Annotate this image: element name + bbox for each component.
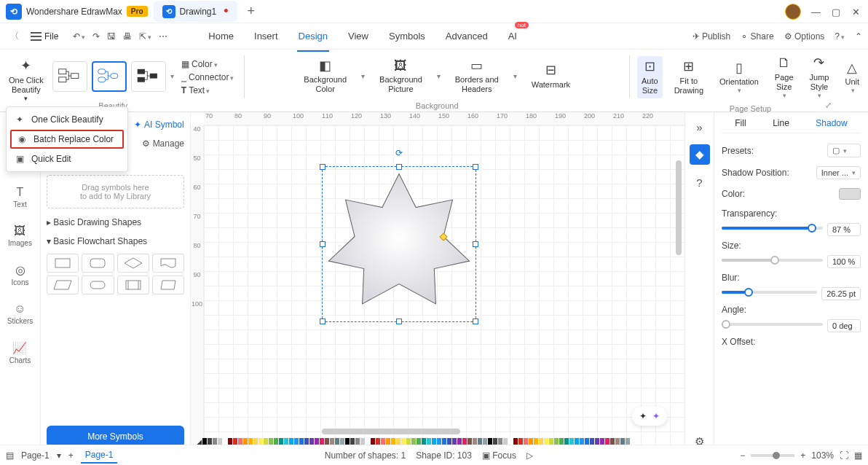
sidebar-images[interactable]: 🖼Images: [5, 222, 35, 250]
color-dropdown[interactable]: ▦ Color: [178, 58, 237, 70]
resize-bl[interactable]: [320, 319, 326, 324]
float-ai-icon[interactable]: ✦: [652, 411, 660, 421]
orientation-button[interactable]: ▯Orientation: [715, 58, 763, 98]
tab-design[interactable]: Design: [297, 26, 329, 46]
flowchart-shapes-header[interactable]: ▾ Basic Flowchart Shapes: [47, 232, 184, 251]
dropdown-quick-edit[interactable]: ▣Quick Edit: [7, 149, 127, 168]
publish-button[interactable]: ✈ Publish: [693, 31, 731, 42]
ai-symbol-button[interactable]: ✦ AI Symbol: [134, 117, 184, 133]
style-more-button[interactable]: ▾: [170, 72, 174, 80]
canvas[interactable]: 7080901001101201301401501601701801902002…: [191, 112, 684, 452]
sidebar-icons[interactable]: ◎Icons: [9, 260, 32, 289]
jump-style-button[interactable]: ↷Jump Style: [805, 52, 834, 103]
expand-right-icon[interactable]: »: [690, 117, 710, 137]
file-menu[interactable]: File: [26, 28, 63, 44]
dropdown-batch-replace[interactable]: ◉Batch Replace Color: [10, 130, 124, 149]
sidebar-stickers[interactable]: ☺Stickers: [4, 300, 36, 328]
manage-button[interactable]: ⚙ Manage: [142, 138, 184, 149]
blur-slider[interactable]: [722, 291, 817, 294]
page-tab[interactable]: Page-1: [81, 448, 118, 464]
style-option-1[interactable]: [52, 61, 87, 92]
shape-diamond[interactable]: [117, 254, 149, 273]
focus-button[interactable]: ▣ Focus: [482, 450, 516, 461]
drag-area[interactable]: Drag symbols here to add to My Library: [47, 175, 184, 208]
tab-view[interactable]: View: [347, 26, 370, 46]
zoom-slider[interactable]: [751, 454, 794, 457]
size-slider[interactable]: [722, 259, 823, 262]
pagesetup-expand-icon[interactable]: ⤢: [825, 101, 832, 110]
document-tab[interactable]: ⟲ Drawing1 •: [154, 1, 237, 22]
bg-picture-button[interactable]: 🖼Background Picture: [375, 55, 427, 98]
sidebar-charts[interactable]: 📈Charts: [7, 338, 33, 367]
collapse-ribbon-button[interactable]: ⌃: [855, 31, 862, 42]
shape-terminator[interactable]: [82, 276, 114, 294]
resize-tm[interactable]: [396, 164, 402, 170]
resize-mr[interactable]: [473, 241, 478, 247]
prop-tab-shadow[interactable]: Shadow: [816, 118, 847, 128]
text-dropdown[interactable]: T Text: [178, 85, 237, 96]
shape-rect[interactable]: [47, 254, 79, 273]
add-tab-button[interactable]: +: [242, 4, 261, 19]
auto-size-button[interactable]: ⊡Auto Size: [637, 56, 663, 98]
angle-slider[interactable]: [722, 323, 823, 326]
back-button[interactable]: 〈: [6, 27, 23, 45]
style-panel-icon[interactable]: ◆: [690, 144, 710, 165]
borders-button[interactable]: ▭Borders and Headers: [451, 55, 503, 98]
shadow-color-chip[interactable]: [839, 188, 861, 200]
resize-br[interactable]: [473, 319, 478, 324]
prop-tab-line[interactable]: Line: [773, 118, 789, 128]
fit-screen-icon[interactable]: ⛶: [840, 450, 848, 461]
zoom-in[interactable]: +: [800, 450, 805, 461]
sidebar-text[interactable]: TText: [10, 183, 29, 211]
shape-data[interactable]: [152, 276, 184, 294]
presets-dropdown[interactable]: ▢: [827, 144, 861, 157]
page-prev[interactable]: ▾: [57, 450, 61, 461]
export-button[interactable]: ⇱: [139, 31, 151, 42]
shape-para[interactable]: [47, 276, 79, 294]
style-option-2[interactable]: [92, 61, 127, 92]
pages-list-icon[interactable]: ▤: [6, 450, 14, 461]
shape-predef[interactable]: [117, 276, 149, 294]
blur-value[interactable]: 26.25 pt: [821, 287, 861, 300]
more-menu[interactable]: ⋯: [159, 31, 167, 42]
resize-tl[interactable]: [320, 164, 326, 170]
page-label[interactable]: Page-1: [21, 450, 50, 461]
maximize-button[interactable]: ▢: [832, 7, 842, 17]
angle-value[interactable]: 0 deg: [827, 319, 861, 332]
position-dropdown[interactable]: Inner ...: [816, 166, 861, 179]
tab-home[interactable]: Home: [207, 26, 235, 46]
tab-ai[interactable]: AIhot: [507, 26, 518, 46]
unit-button[interactable]: △Unit: [840, 58, 864, 98]
save-button[interactable]: 🖫: [107, 31, 116, 42]
page-add[interactable]: +: [68, 450, 74, 461]
bg-color-caret[interactable]: ▾: [361, 72, 365, 80]
bg-color-button[interactable]: ◧Background Color: [299, 55, 351, 98]
rotate-handle[interactable]: ⟳: [395, 148, 403, 158]
canvas-vscroll[interactable]: [676, 160, 682, 255]
resize-ml[interactable]: [320, 241, 326, 247]
basic-shapes-header[interactable]: ▸ Basic Drawing Shapes: [47, 213, 184, 232]
star-shape[interactable]: [323, 167, 476, 321]
resize-tr[interactable]: [473, 164, 478, 170]
size-value[interactable]: 100 %: [827, 255, 861, 268]
shape-roundrect[interactable]: [82, 254, 114, 273]
canvas-hscroll[interactable]: [322, 429, 460, 434]
fit-drawing-button[interactable]: ⊞Fit to Drawing: [670, 56, 708, 98]
resize-bm[interactable]: [396, 319, 402, 324]
options-button[interactable]: ⚙ Options: [784, 31, 825, 42]
help-button[interactable]: ?: [835, 31, 845, 42]
redo-button[interactable]: ↷: [92, 31, 100, 42]
style-option-3[interactable]: [131, 61, 166, 92]
help-panel-icon[interactable]: ?: [690, 172, 710, 192]
zoom-value[interactable]: 103%: [811, 450, 834, 461]
transparency-slider[interactable]: [722, 227, 823, 230]
transparency-value[interactable]: 87 %: [827, 223, 861, 236]
connector-dropdown[interactable]: ⎯ Connector: [178, 71, 237, 83]
prop-tab-fill[interactable]: Fill: [735, 118, 746, 128]
zoom-out[interactable]: −: [740, 450, 745, 461]
present-button[interactable]: ▷: [526, 450, 533, 461]
minimize-button[interactable]: —: [811, 7, 821, 17]
share-button[interactable]: ⚬ Share: [741, 31, 773, 42]
close-button[interactable]: ✕: [852, 7, 862, 17]
undo-button[interactable]: ↶: [73, 31, 85, 42]
